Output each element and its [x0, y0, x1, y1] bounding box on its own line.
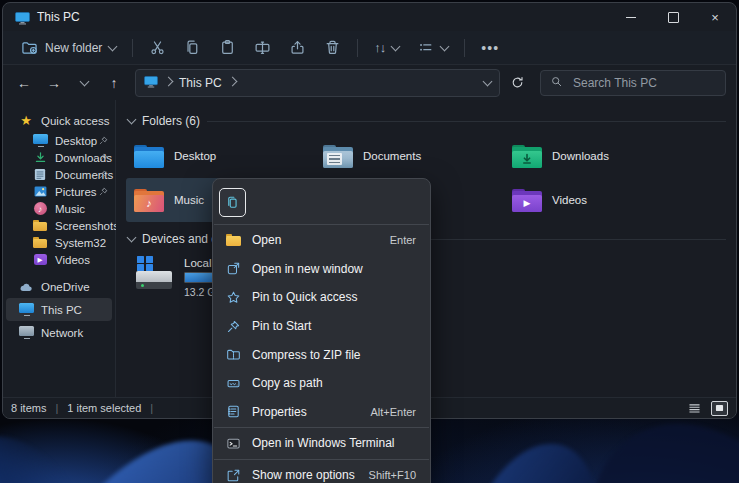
back-button[interactable]: ← — [11, 70, 37, 96]
sidebar-item-onedrive[interactable]: OneDrive — [3, 275, 115, 298]
context-menu: Open Enter Open in new window Pin to Qui… — [212, 178, 431, 483]
view-layout-icon — [417, 39, 434, 56]
details-view-button[interactable] — [687, 402, 702, 415]
copy-button[interactable] — [176, 34, 209, 61]
see-more-button[interactable]: ••• — [473, 40, 507, 56]
address-dropdown-icon[interactable] — [483, 76, 493, 86]
minimize-button[interactable] — [610, 3, 652, 31]
close-button[interactable]: × — [694, 3, 736, 31]
menu-separator — [214, 459, 429, 460]
recent-locations-button[interactable] — [71, 70, 97, 96]
thumbnail-view-button[interactable] — [711, 401, 728, 416]
menu-item-compress-to-zip[interactable]: Compress to ZIP file — [213, 340, 430, 369]
menu-item-show-more-options[interactable]: Show more options Shift+F10 — [213, 461, 430, 483]
new-folder-label: New folder — [45, 41, 102, 55]
folders-header-label: Folders (6) — [142, 114, 200, 128]
close-icon: × — [711, 10, 719, 25]
item-count: 8 items — [11, 402, 46, 414]
menu-item-open-in-windows-terminal[interactable]: Open in Windows Terminal — [213, 429, 430, 458]
quick-copy-button[interactable] — [219, 188, 246, 217]
menu-item-pin-to-quick-access[interactable]: Pin to Quick access — [213, 283, 430, 312]
breadcrumb-this-pc[interactable]: This PC — [179, 76, 222, 90]
collapse-chevron-icon — [127, 233, 137, 243]
address-bar[interactable]: This PC — [135, 69, 500, 97]
chevron-right-icon — [227, 76, 237, 86]
terminal-icon — [225, 435, 241, 451]
menu-item-copy-as-path[interactable]: Copy as path — [213, 369, 430, 398]
show-more-icon — [225, 467, 241, 483]
view-button[interactable] — [409, 34, 456, 61]
sidebar-item-label: Desktop — [55, 135, 97, 147]
back-arrow-icon: ← — [17, 75, 31, 91]
forward-button[interactable]: → — [41, 70, 67, 96]
new-folder-icon — [21, 39, 38, 56]
ellipsis-icon: ••• — [481, 40, 499, 56]
sidebar-item-label: This PC — [41, 304, 82, 316]
paste-button[interactable] — [211, 34, 244, 61]
local-disk-icon — [134, 256, 174, 290]
cut-icon — [149, 39, 166, 56]
menu-item-open[interactable]: Open Enter — [213, 226, 430, 255]
new-folder-button[interactable]: New folder — [13, 34, 124, 61]
sidebar-item-this-pc[interactable]: This PC — [6, 298, 112, 321]
music-icon: ♪ — [33, 202, 47, 216]
pin-icon — [225, 318, 241, 334]
desktop-screen: This PC × New folder — [0, 0, 739, 483]
titlebar[interactable]: This PC × — [3, 3, 736, 31]
video-icon: ▶ — [33, 253, 47, 267]
music-folder-icon: ♪ — [134, 188, 164, 213]
menu-item-properties[interactable]: Properties Alt+Enter — [213, 398, 430, 427]
sidebar-item-label: Music — [55, 203, 85, 215]
collapse-chevron-icon — [127, 115, 137, 125]
share-icon — [289, 39, 306, 56]
sidebar-item-pictures[interactable]: Pictures — [3, 183, 115, 200]
sidebar-item-music[interactable]: ♪ Music — [3, 200, 115, 217]
share-button[interactable] — [281, 34, 314, 61]
sidebar-item-label: Network — [41, 327, 83, 339]
refresh-button[interactable] — [504, 70, 530, 96]
chevron-down-icon — [440, 41, 450, 51]
monitor-icon — [33, 134, 47, 148]
rename-button[interactable] — [246, 34, 279, 61]
download-icon — [33, 151, 47, 165]
open-new-window-icon — [225, 261, 241, 277]
up-button[interactable]: ↑ — [101, 70, 127, 96]
sort-icon: ↑↓ — [374, 40, 385, 55]
search-box[interactable] — [540, 70, 726, 96]
shortcut-label: Alt+Enter — [370, 406, 416, 418]
sidebar-item-network[interactable]: Network — [3, 321, 115, 344]
search-input[interactable] — [571, 75, 716, 91]
sidebar-item-videos[interactable]: ▶ Videos — [3, 251, 115, 268]
sidebar-item-label: Pictures — [55, 186, 97, 198]
menu-separator — [214, 427, 429, 428]
sidebar-item-downloads[interactable]: Downloads — [3, 149, 115, 166]
sidebar-item-quick-access[interactable]: ★ Quick access — [3, 109, 115, 132]
folders-section-header[interactable]: Folders (6) — [128, 112, 726, 130]
network-icon — [19, 326, 33, 340]
pin-icon — [98, 135, 109, 146]
minimize-icon — [626, 17, 636, 18]
tile-label: Downloads — [552, 150, 609, 162]
sidebar-item-desktop[interactable]: Desktop — [3, 132, 115, 149]
sidebar: ★ Quick access Desktop Downloads Documen… — [3, 100, 116, 397]
folder-tile-videos[interactable]: ▶ Videos — [504, 178, 693, 222]
copy-icon — [225, 195, 240, 210]
folder-tile-documents[interactable]: Documents — [315, 134, 504, 178]
zip-folder-icon — [225, 347, 241, 363]
shortcut-label: Enter — [390, 234, 416, 246]
cut-button[interactable] — [141, 34, 174, 61]
document-icon — [33, 168, 47, 182]
menu-separator — [214, 224, 429, 225]
tile-label: Music — [174, 194, 204, 206]
sort-button[interactable]: ↑↓ — [366, 35, 407, 60]
sidebar-item-documents[interactable]: Documents — [3, 166, 115, 183]
maximize-button[interactable] — [652, 3, 694, 31]
sidebar-item-screenshots[interactable]: Screenshots — [3, 217, 115, 234]
menu-item-open-in-new-window[interactable]: Open in new window — [213, 255, 430, 284]
menu-item-pin-to-start[interactable]: Pin to Start — [213, 312, 430, 341]
folder-tile-downloads[interactable]: Downloads — [504, 134, 693, 178]
sidebar-item-system32[interactable]: System32 — [3, 234, 115, 251]
delete-button[interactable] — [316, 34, 349, 61]
maximize-icon — [668, 12, 679, 23]
folder-tile-desktop[interactable]: Desktop — [126, 134, 315, 178]
